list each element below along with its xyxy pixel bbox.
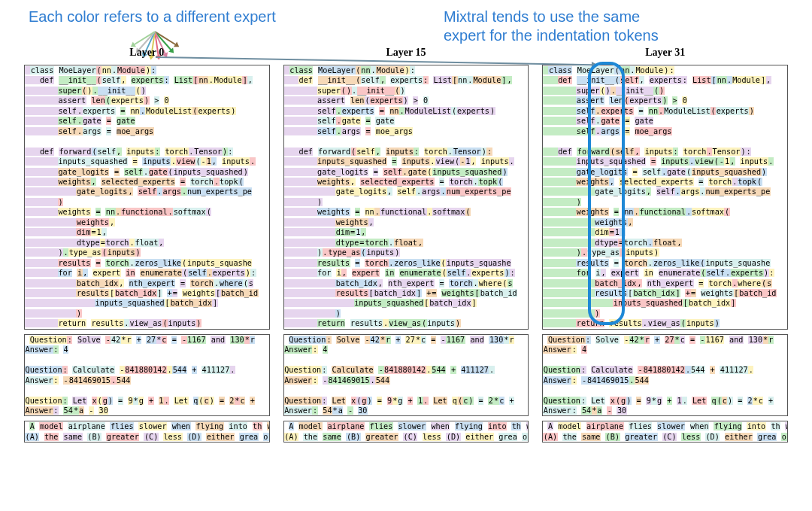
column-header-layer15: Layer 15 [283, 47, 529, 60]
code-panel-layer31: class MoeLayer(nn.Module): def __init__(… [542, 65, 788, 330]
math-panel-layer31: Question: Solve -42*r + 27*c = -1167 and… [542, 334, 788, 417]
column-header-layer31: Layer 31 [542, 47, 788, 60]
column-header-layer0: Layer 0 [24, 47, 270, 60]
code-panel-layer0: class MoeLayer(nn.Module): def __init__(… [24, 65, 270, 330]
code-panel-layer15: class MoeLayer(nn.Module): def __init__(… [283, 65, 529, 330]
text-panel-layer0: A model airplane flies slower when flyin… [24, 421, 270, 443]
text-panel-layer15: A model airplane flies slower when flyin… [283, 421, 529, 443]
math-panel-layer0: Question: Solve -42*r + 27*c = -1167 and… [24, 334, 270, 417]
annotation-right: Mixtral tends to use the same expert for… [444, 8, 782, 45]
math-panel-layer15: Question: Solve -42*r + 27*c = -1167 and… [283, 334, 529, 417]
annotation-left: Each color refers to a different expert [29, 8, 276, 26]
text-panel-layer31: A model airplane flies slower when flyin… [542, 421, 788, 443]
figure-grid: Layer 0 Layer 15 Layer 31 class MoeLayer… [24, 47, 788, 443]
